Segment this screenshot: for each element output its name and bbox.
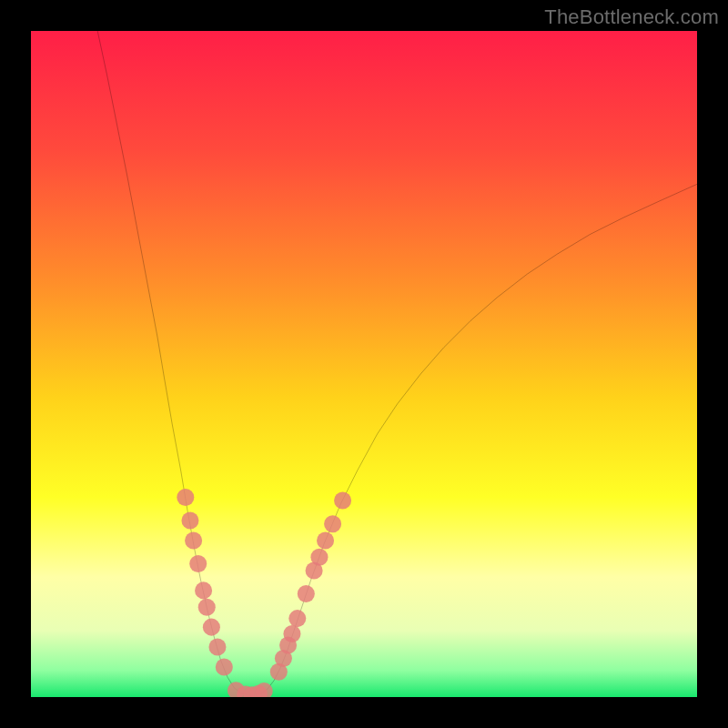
highlight-dot: [181, 512, 198, 530]
highlight-dot: [198, 599, 216, 616]
chart-svg: [31, 31, 697, 697]
highlight-dot: [288, 610, 306, 627]
chart-frame: TheBottleneck.com: [0, 0, 728, 728]
highlight-dot: [203, 619, 220, 636]
highlight-dot: [189, 555, 207, 572]
highlight-dot: [298, 585, 315, 602]
bottleneck-curve: [97, 31, 697, 696]
highlight-dot: [283, 625, 300, 642]
highlight-dot: [317, 531, 334, 549]
highlight-dot: [177, 489, 194, 506]
highlight-dot: [256, 682, 273, 697]
highlight-dot: [208, 639, 226, 656]
highlight-dot: [216, 659, 233, 676]
highlight-dot: [324, 515, 341, 532]
watermark-text: TheBottleneck.com: [544, 5, 719, 29]
highlight-dots-group: [177, 489, 351, 697]
highlight-dot: [310, 549, 328, 566]
highlight-dot: [334, 492, 351, 510]
plot-area: [31, 31, 697, 697]
highlight-dot: [185, 531, 202, 549]
highlight-dot: [195, 581, 212, 599]
